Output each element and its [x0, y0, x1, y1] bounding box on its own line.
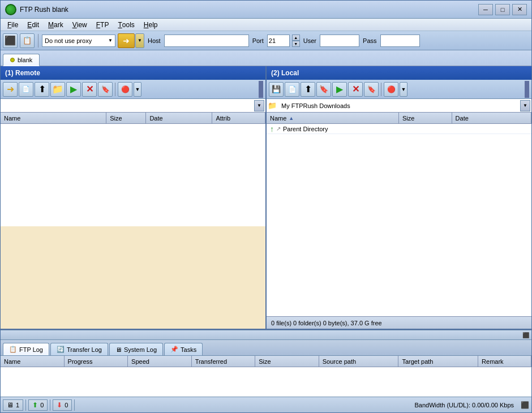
local-panel-header: (2) Local: [267, 66, 531, 80]
remote-new-file[interactable]: 📄: [19, 82, 33, 97]
remote-path-input[interactable]: [2, 102, 254, 109]
remote-col-date[interactable]: Date: [146, 113, 212, 123]
menu-bar: File Edit Mark View FTP Tools Help: [1, 19, 531, 31]
host-input[interactable]: [164, 35, 249, 47]
window-title: FTP Rush blank: [20, 6, 478, 14]
log-tab-ftp[interactable]: 📋 FTP Log: [3, 343, 49, 355]
status-expand[interactable]: ⬛: [521, 401, 529, 409]
parent-dir-date: [452, 128, 531, 130]
sort-arrow: ▲: [289, 115, 294, 121]
remote-file-list-header: Name Size Date Attrib: [1, 113, 265, 124]
remote-more[interactable]: 🔴: [118, 82, 132, 97]
tab-status-dot: [10, 58, 15, 62]
user-input[interactable]: [320, 35, 359, 47]
local-path-input[interactable]: [279, 102, 520, 109]
menu-file[interactable]: File: [3, 19, 23, 31]
menu-ftp[interactable]: FTP: [92, 19, 114, 31]
remote-up-dir[interactable]: ⬆: [35, 82, 49, 97]
log-tab-transfer[interactable]: 🔄 Transfer Log: [50, 343, 108, 355]
transfer-col-size[interactable]: Size: [255, 356, 319, 367]
port-spinner[interactable]: ▲ ▼: [292, 35, 300, 47]
log-area: ⬛ 📋 FTP Log 🔄 Transfer Log 🖥 System Log …: [1, 329, 531, 397]
transfer-col-target[interactable]: Target path: [398, 356, 478, 367]
toolbar-separator-1: [38, 34, 38, 48]
local-upload[interactable]: ▶: [332, 82, 347, 97]
local-path-dropdown[interactable]: ▼: [520, 100, 530, 111]
transfer-col-progress[interactable]: Progress: [65, 356, 128, 367]
port-input[interactable]: [267, 35, 290, 47]
menu-help[interactable]: Help: [139, 19, 162, 31]
remote-toolbar-sep: [115, 83, 115, 96]
scroll-icon[interactable]: ⬛: [522, 332, 529, 338]
local-file-list: ↑ ↗ Parent Directory: [267, 124, 531, 316]
status-sep-2: [50, 399, 50, 411]
remote-path-dropdown[interactable]: ▼: [254, 100, 264, 111]
panels-container: (1) Remote ➜ 📄 ⬆ 📁 ▶ ✕ 🔖 🔴 ▼: [1, 66, 531, 329]
remote-more-dropdown[interactable]: ▼: [134, 82, 141, 97]
menu-view[interactable]: View: [68, 19, 92, 31]
local-parent-dir[interactable]: ↑ ↗ Parent Directory: [267, 124, 531, 134]
log-tab-tasks[interactable]: 📌 Tasks: [164, 343, 203, 355]
transfer-col-speed[interactable]: Speed: [128, 356, 192, 367]
local-panel-handle: [525, 81, 529, 98]
proxy-dropdown[interactable]: Do not use proxy: [42, 35, 115, 47]
proxy-label: Do not use proxy: [45, 37, 92, 44]
parent-dir-name: ↑ ↗ Parent Directory: [267, 124, 399, 134]
close-button[interactable]: ✕: [512, 4, 527, 15]
download-icon: ⬇: [57, 401, 62, 409]
title-bar: FTP Rush blank ─ □ ✕: [1, 1, 531, 19]
remote-connect[interactable]: ➜: [3, 82, 18, 97]
sessions-icon: 🖥: [7, 401, 14, 409]
sessions-count: 1: [16, 402, 19, 408]
remote-rename[interactable]: 🔖: [98, 82, 113, 97]
local-delete[interactable]: ✕: [348, 82, 363, 97]
minimize-button[interactable]: ─: [478, 4, 493, 15]
remote-delete[interactable]: ✕: [82, 82, 97, 97]
menu-tools[interactable]: Tools: [113, 19, 139, 31]
local-more-dropdown[interactable]: ▼: [400, 82, 407, 97]
transfer-log-icon: 🔄: [57, 346, 65, 353]
transfer-col-name[interactable]: Name: [1, 356, 65, 367]
remote-col-size[interactable]: Size: [106, 113, 146, 123]
transfer-table-header: Name Progress Speed Transferred Size Sou…: [1, 356, 531, 367]
local-up-dir[interactable]: ⬆: [301, 82, 315, 97]
bottom-status-bar: 🖥 1 ⬆ 0 ⬇ 0 BandWidth (UL/DL): 0.00/0.00…: [1, 397, 531, 412]
log-scroll-hint: ⬛: [1, 330, 531, 340]
port-down[interactable]: ▼: [292, 41, 300, 47]
pass-input[interactable]: [380, 35, 420, 47]
transfer-col-source[interactable]: Source path: [319, 356, 399, 367]
session-tabs: blank: [1, 50, 531, 66]
menu-mark[interactable]: Mark: [44, 19, 68, 31]
local-col-name[interactable]: Name ▲: [267, 113, 399, 123]
local-col-date[interactable]: Date: [452, 113, 531, 123]
session-tab-blank[interactable]: blank: [3, 54, 40, 66]
local-create-dir[interactable]: 🔖: [316, 82, 331, 97]
log-tab-system[interactable]: 🖥 System Log: [109, 343, 163, 355]
sessions-badge[interactable]: 🖥 1: [3, 399, 23, 411]
transfer-col-transferred[interactable]: Transferred: [192, 356, 256, 367]
local-new-file[interactable]: 📄: [285, 82, 299, 97]
local-refresh[interactable]: 🔖: [364, 82, 379, 97]
remote-col-attrib[interactable]: Attrib: [212, 113, 265, 123]
toolbar-site-manager[interactable]: 📋: [20, 33, 35, 48]
local-drive[interactable]: 💾: [269, 82, 284, 97]
local-more[interactable]: 🔴: [384, 82, 398, 97]
user-label: User: [303, 37, 316, 44]
local-toolbar-sep: [381, 83, 381, 96]
bookmark-button[interactable]: ➜: [118, 33, 135, 48]
remote-download[interactable]: ▶: [66, 82, 81, 97]
port-up[interactable]: ▲: [292, 35, 300, 41]
remote-create-dir[interactable]: 📁: [50, 82, 65, 97]
transfer-col-remark[interactable]: Remark: [478, 356, 531, 367]
remote-empty-area: [1, 226, 265, 329]
panel-resize-handle[interactable]: [259, 81, 263, 98]
toolbar-new-connection[interactable]: ⬛: [3, 33, 18, 48]
remote-col-name[interactable]: Name: [1, 113, 106, 123]
downloads-badge[interactable]: ⬇ 0: [53, 399, 72, 411]
local-col-size[interactable]: Size: [399, 113, 452, 123]
bookmark-dropdown[interactable]: ▼: [135, 33, 144, 48]
pass-label: Pass: [363, 37, 376, 44]
maximize-button[interactable]: □: [495, 4, 510, 15]
uploads-badge[interactable]: ⬆ 0: [28, 399, 48, 411]
menu-edit[interactable]: Edit: [23, 19, 44, 31]
